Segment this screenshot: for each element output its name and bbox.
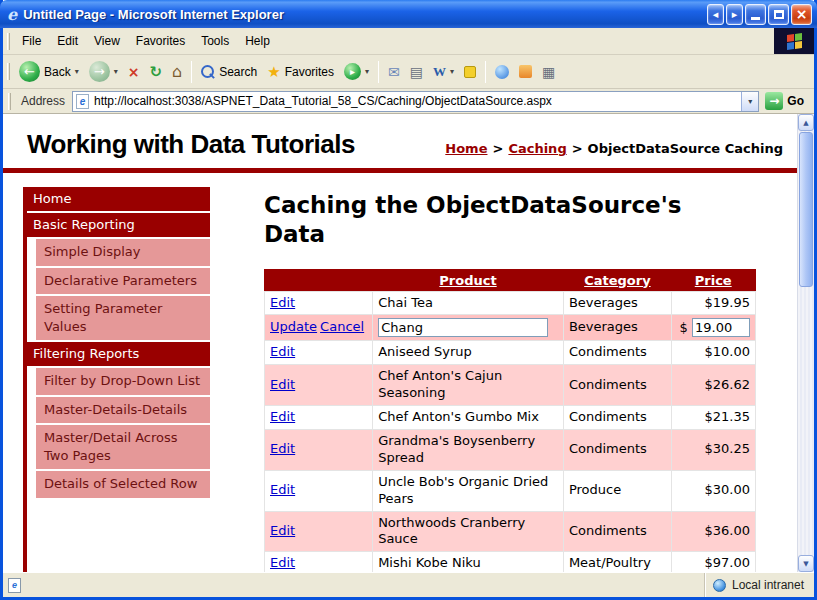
price-cell: $10.00	[671, 341, 755, 365]
table-row: Edit Northwoods Cranberry Sauce Condimen…	[265, 511, 756, 552]
messenger-button[interactable]	[490, 63, 514, 81]
breadcrumb-caching-link[interactable]: Caching	[508, 141, 566, 156]
address-label: Address	[21, 94, 65, 108]
address-input[interactable]: e http://localhost:3038/ASPNET_Data_Tuto…	[72, 91, 759, 112]
price-input[interactable]	[692, 318, 750, 337]
product-cell: Chef Anton's Gumbo Mix	[373, 406, 564, 430]
edit-link[interactable]: Edit	[270, 482, 295, 497]
product-name-input[interactable]	[378, 318, 548, 337]
scrollbar-track[interactable]	[798, 131, 814, 555]
search-label: Search	[219, 65, 257, 79]
edit-link[interactable]: Edit	[270, 409, 295, 424]
product-sort-link[interactable]: Product	[439, 273, 496, 288]
media-dropdown-icon[interactable]: ▾	[365, 67, 369, 76]
menu-help[interactable]: Help	[237, 30, 278, 52]
mail-button[interactable]: ✉	[383, 62, 405, 82]
minimize-button[interactable]	[745, 4, 766, 25]
stop-icon: ×	[128, 64, 140, 80]
window-controls: ◂ ▸ ×	[707, 4, 812, 25]
price-cell: $21.35	[671, 406, 755, 430]
site-title: Working with Data Tutorials	[27, 129, 355, 160]
vertical-scrollbar[interactable]: ▲ ▼	[797, 114, 814, 572]
globe-icon	[713, 579, 726, 592]
category-sort-link[interactable]: Category	[584, 273, 650, 288]
security-zone-label: Local intranet	[732, 578, 804, 592]
sidebar-item-setting-parameter-values[interactable]: Setting Parameter Values	[36, 296, 210, 340]
toolbar-separator	[485, 61, 486, 83]
menu-favorites[interactable]: Favorites	[128, 30, 193, 52]
title-bar: e Untitled Page - Microsoft Internet Exp…	[0, 0, 817, 28]
breadcrumb-home-link[interactable]: Home	[445, 141, 487, 156]
cancel-link[interactable]: Cancel	[320, 319, 364, 334]
go-button[interactable]: → Go	[765, 92, 804, 110]
addressbar-grip	[8, 93, 11, 110]
category-cell: Beverages	[563, 315, 671, 341]
product-cell: Uncle Bob's Organic Dried Pears	[373, 470, 564, 511]
search-button[interactable]: Search	[196, 63, 262, 81]
refresh-button[interactable]: ↻	[144, 61, 167, 83]
edit-link[interactable]: Edit	[270, 555, 295, 570]
edit-dropdown-icon[interactable]: ▾	[450, 67, 454, 76]
research-button[interactable]	[514, 63, 537, 80]
printer-icon: ▤	[410, 64, 423, 80]
price-cell: $19.95	[671, 291, 755, 315]
menu-file[interactable]: File	[14, 30, 49, 52]
forward-dropdown-icon[interactable]: ▾	[114, 67, 118, 76]
sidebar-item-home[interactable]: Home	[23, 187, 210, 211]
back-button[interactable]: ← Back ▾	[14, 59, 84, 84]
sidebar-item-master-details-details[interactable]: Master-Details-Details	[36, 397, 210, 424]
page-body: Home Basic Reporting Simple Display Decl…	[3, 173, 797, 572]
media-play-icon: ▸	[344, 63, 361, 80]
stop-button[interactable]: ×	[123, 62, 145, 82]
edit-link[interactable]: Edit	[270, 295, 295, 310]
update-link[interactable]: Update	[270, 319, 317, 334]
home-button[interactable]: ⌂	[167, 60, 187, 83]
table-row: Edit Aniseed Syrup Condiments $10.00	[265, 341, 756, 365]
edit-link[interactable]: Edit	[270, 377, 295, 392]
scroll-down-button[interactable]: ▼	[798, 555, 814, 572]
sidebar-item-master-detail-across-two-pages[interactable]: Master/Detail Across Two Pages	[36, 425, 210, 469]
refresh-icon: ↻	[149, 63, 162, 81]
back-dropdown-icon[interactable]: ▾	[75, 67, 79, 76]
category-cell: Condiments	[563, 511, 671, 552]
menu-edit[interactable]: Edit	[49, 30, 86, 52]
category-cell: Produce	[563, 470, 671, 511]
media-button[interactable]: ▸ ▾	[339, 61, 374, 82]
menu-tools[interactable]: Tools	[193, 30, 237, 52]
breadcrumb-separator: >	[572, 141, 583, 156]
sidebar-navigation: Home Basic Reporting Simple Display Decl…	[23, 187, 210, 572]
search-icon	[201, 65, 215, 79]
menu-bar: File Edit View Favorites Tools Help	[3, 28, 814, 55]
address-dropdown-button[interactable]: ▾	[741, 92, 758, 111]
price-cell: $97.00	[671, 552, 755, 572]
scrollbar-thumb[interactable]	[799, 132, 813, 287]
currency-symbol: $	[680, 320, 688, 335]
sidebar-item-simple-display[interactable]: Simple Display	[36, 239, 210, 266]
category-cell: Condiments	[563, 429, 671, 470]
edit-link[interactable]: Edit	[270, 344, 295, 359]
sidebar-item-filter-by-drop-down-list[interactable]: Filter by Drop-Down List	[36, 368, 210, 395]
discuss-button[interactable]	[459, 64, 481, 80]
quick-links-button[interactable]: ▦	[537, 62, 560, 82]
scroll-up-button[interactable]: ▲	[798, 114, 814, 131]
sidebar-item-filtering-reports[interactable]: Filtering Reports	[23, 342, 210, 366]
sidebar-item-details-of-selected-row[interactable]: Details of Selected Row	[36, 471, 210, 498]
price-sort-link[interactable]: Price	[695, 273, 732, 288]
edit-link[interactable]: Edit	[270, 523, 295, 538]
sidebar-item-declarative-parameters[interactable]: Declarative Parameters	[36, 268, 210, 295]
titlebar-nav-left-button[interactable]: ◂	[707, 4, 724, 25]
print-button[interactable]: ▤	[405, 62, 428, 82]
titlebar-nav-right-button[interactable]: ▸	[726, 4, 743, 25]
product-cell: Mishi Kobe Niku	[373, 552, 564, 572]
sidebar-item-basic-reporting[interactable]: Basic Reporting	[23, 213, 210, 237]
menu-view[interactable]: View	[86, 30, 128, 52]
close-button[interactable]: ×	[791, 4, 812, 25]
forward-button[interactable]: → ▾	[84, 59, 123, 84]
maximize-button[interactable]	[768, 4, 789, 25]
edit-link[interactable]: Edit	[270, 441, 295, 456]
go-label: Go	[787, 94, 804, 108]
table-row: Edit Mishi Kobe Niku Meat/Poultry $97.00	[265, 552, 756, 572]
blue-sphere-icon	[495, 65, 509, 79]
favorites-button[interactable]: ★ Favorites	[262, 61, 339, 83]
edit-with-word-button[interactable]: W ▾	[428, 62, 459, 82]
